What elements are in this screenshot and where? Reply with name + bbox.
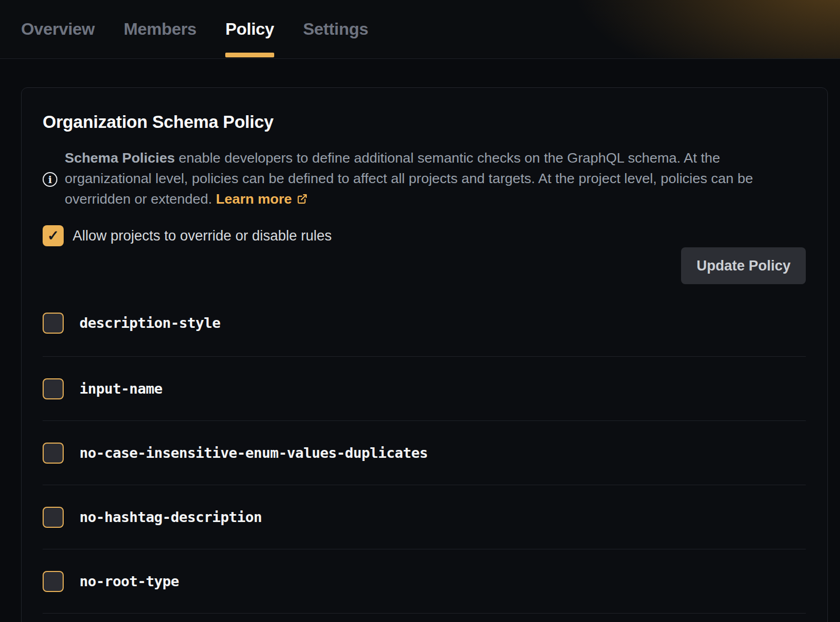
rule-row-no-case-insensitive-enum-values-duplicates[interactable]: no-case-insensitive-enum-values-duplicat…: [43, 421, 806, 485]
checkmark-icon: ✓: [47, 229, 59, 243]
rule-row-no-root-type[interactable]: no-root-type: [43, 549, 806, 614]
tab-policy-label: Policy: [225, 19, 274, 39]
allow-override-label: Allow projects to override or disable ru…: [73, 228, 332, 244]
policy-page: Organization Schema Policy i Schema Poli…: [0, 59, 840, 622]
tab-overview-label: Overview: [21, 19, 95, 39]
rule-name: no-hashtag-description: [79, 509, 262, 525]
rule-checkbox[interactable]: [43, 443, 64, 464]
rule-name: no-case-insensitive-enum-values-duplicat…: [79, 445, 428, 461]
learn-more-link[interactable]: Learn more: [216, 191, 307, 207]
active-tab-underline: [225, 53, 274, 57]
rule-row-description-style[interactable]: description-style: [43, 289, 806, 357]
tab-settings[interactable]: Settings: [303, 0, 368, 58]
schema-policy-info-note: i Schema Policies enable developers to d…: [43, 148, 806, 210]
tab-policy[interactable]: Policy: [225, 0, 274, 58]
rule-checkbox[interactable]: [43, 378, 64, 399]
update-policy-row: Update Policy: [43, 247, 806, 284]
update-policy-button[interactable]: Update Policy: [681, 247, 806, 284]
rule-name: input-name: [79, 380, 163, 397]
allow-override-checkbox[interactable]: ✓: [43, 225, 64, 246]
rule-row-no-hashtag-description[interactable]: no-hashtag-description: [43, 485, 806, 549]
rule-row-input-name[interactable]: input-name: [43, 357, 806, 421]
info-icon: i: [43, 172, 57, 187]
schema-policy-card: Organization Schema Policy i Schema Poli…: [21, 87, 828, 622]
info-text-bold: Schema Policies: [65, 150, 175, 166]
tab-members[interactable]: Members: [124, 0, 196, 58]
external-link-icon: [296, 190, 308, 210]
tab-members-label: Members: [124, 19, 196, 39]
info-text: Schema Policies enable developers to def…: [65, 148, 788, 210]
tab-overview[interactable]: Overview: [21, 0, 95, 58]
policy-rules-list: description-style input-name no-case-ins…: [43, 289, 806, 614]
org-tabs-bar: Overview Members Policy Settings: [0, 0, 840, 59]
rule-name: description-style: [79, 315, 221, 331]
tab-settings-label: Settings: [303, 19, 368, 39]
rule-checkbox[interactable]: [43, 313, 64, 334]
allow-override-row: ✓ Allow projects to override or disable …: [43, 225, 806, 246]
rule-checkbox[interactable]: [43, 507, 64, 528]
page-title: Organization Schema Policy: [43, 112, 806, 132]
rule-name: no-root-type: [79, 573, 179, 589]
rule-checkbox[interactable]: [43, 571, 64, 592]
learn-more-label: Learn more: [216, 191, 292, 207]
